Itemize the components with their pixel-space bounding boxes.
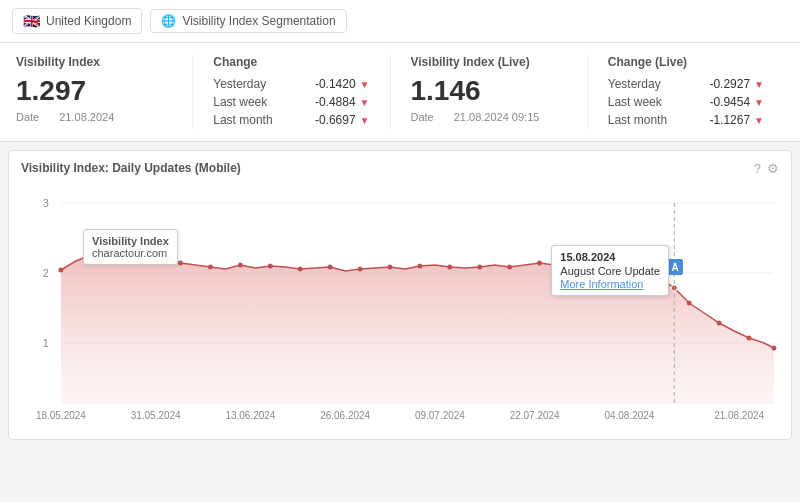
arrow-down-icon: ▼ xyxy=(360,79,370,90)
arrow-down-icon2: ▼ xyxy=(360,97,370,108)
svg-point-21 xyxy=(477,265,482,270)
live-label-yesterday: Yesterday xyxy=(608,77,688,91)
top-bar: 🇬🇧 United Kingdom 🌐 Visibility Index Seg… xyxy=(0,0,800,43)
chart-container: Visibility Index charactour.com 3 2 1 xyxy=(21,183,779,423)
svg-text:2: 2 xyxy=(43,267,49,279)
change-value-yesterday: -0.1420 ▼ xyxy=(315,77,370,91)
visibility-index-date: Date 21.08.2024 xyxy=(16,111,172,123)
svg-point-11 xyxy=(178,261,183,266)
tab-seg-label: Visibility Index Segmentation xyxy=(182,14,335,28)
live-date-label: Date xyxy=(411,111,434,123)
visibility-live-value: 1.146 xyxy=(411,75,567,107)
svg-point-30 xyxy=(717,321,722,326)
tooltip-date: 15.08.2024 xyxy=(560,251,660,263)
live-value-lastweek: -0.9454 ▼ xyxy=(709,95,764,109)
change-title: Change xyxy=(213,55,369,69)
date-value: 21.08.2024 xyxy=(59,111,114,123)
svg-point-17 xyxy=(358,267,363,272)
visibility-index-block: Visibility Index 1.297 Date 21.08.2024 xyxy=(16,55,193,129)
live-value-lastmonth: -1.1267 ▼ xyxy=(709,113,764,127)
change-row-yesterday: Yesterday -0.1420 ▼ xyxy=(213,75,369,93)
svg-text:3: 3 xyxy=(43,197,49,209)
live-value-yesterday: -0.2927 ▼ xyxy=(709,77,764,91)
change-label-yesterday: Yesterday xyxy=(213,77,293,91)
change-block: Change Yesterday -0.1420 ▼ Last week -0.… xyxy=(213,55,390,129)
tab-visibility-segmentation[interactable]: 🌐 Visibility Index Segmentation xyxy=(150,9,346,33)
change-label-lastmonth: Last month xyxy=(213,113,293,127)
live-label-lastmonth: Last month xyxy=(608,113,688,127)
svg-text:31.05.2024: 31.05.2024 xyxy=(131,410,181,421)
svg-text:1: 1 xyxy=(43,337,49,349)
change-live-title: Change (Live) xyxy=(608,55,764,69)
arrow-down-icon4: ▼ xyxy=(754,79,764,90)
change-row-lastmonth: Last month -0.6697 ▼ xyxy=(213,111,369,129)
svg-point-23 xyxy=(537,261,542,266)
svg-text:18.05.2024: 18.05.2024 xyxy=(36,410,86,421)
visibility-index-value: 1.297 xyxy=(16,75,172,107)
change-row-lastweek: Last week -0.4884 ▼ xyxy=(213,93,369,111)
live-row-yesterday: Yesterday -0.2927 ▼ xyxy=(608,75,764,93)
arrow-down-icon5: ▼ xyxy=(754,97,764,108)
uk-flag-icon: 🇬🇧 xyxy=(23,13,40,29)
svg-point-13 xyxy=(238,263,243,268)
live-row-lastmonth: Last month -1.1267 ▼ xyxy=(608,111,764,129)
change-live-table: Yesterday -0.2927 ▼ Last week -0.9454 ▼ … xyxy=(608,75,764,129)
date-label: Date xyxy=(16,111,39,123)
help-icon[interactable]: ? xyxy=(754,161,761,176)
chart-icons: ? ⚙ xyxy=(754,161,779,176)
svg-point-16 xyxy=(328,265,333,270)
live-date-value: 21.08.2024 09:15 xyxy=(454,111,540,123)
svg-point-31 xyxy=(747,336,752,341)
change-value-lastmonth: -0.6697 ▼ xyxy=(315,113,370,127)
svg-point-32 xyxy=(772,346,777,351)
visibility-live-date: Date 21.08.2024 09:15 xyxy=(411,111,567,123)
change-value-lastweek: -0.4884 ▼ xyxy=(315,95,370,109)
hover-tooltip-line1: Visibility Index xyxy=(92,235,169,247)
svg-point-7 xyxy=(58,268,63,273)
svg-point-20 xyxy=(447,265,452,270)
visibility-live-block: Visibility Index (Live) 1.146 Date 21.08… xyxy=(411,55,588,129)
chart-title: Visibility Index: Daily Updates (Mobile) xyxy=(21,161,779,175)
svg-text:21.08.2024: 21.08.2024 xyxy=(714,410,764,421)
chart-section: Visibility Index: Daily Updates (Mobile)… xyxy=(8,150,792,440)
tooltip-event: August Core Update xyxy=(560,265,660,277)
svg-point-15 xyxy=(298,267,303,272)
hover-tooltip: Visibility Index charactour.com xyxy=(83,229,178,265)
tooltip-link[interactable]: More Information xyxy=(560,278,660,290)
change-table: Yesterday -0.1420 ▼ Last week -0.4884 ▼ … xyxy=(213,75,369,129)
svg-point-12 xyxy=(208,265,213,270)
svg-point-18 xyxy=(388,265,393,270)
live-label-lastweek: Last week xyxy=(608,95,688,109)
svg-point-19 xyxy=(417,264,422,269)
svg-text:13.06.2024: 13.06.2024 xyxy=(225,410,275,421)
visibility-live-title: Visibility Index (Live) xyxy=(411,55,567,69)
tab-uk-label: United Kingdom xyxy=(46,14,131,28)
svg-point-22 xyxy=(507,265,512,270)
hover-tooltip-line2: charactour.com xyxy=(92,247,169,259)
arrow-down-icon6: ▼ xyxy=(754,115,764,126)
svg-point-29 xyxy=(687,301,692,306)
metrics-row: Visibility Index 1.297 Date 21.08.2024 C… xyxy=(0,43,800,142)
svg-text:26.06.2024: 26.06.2024 xyxy=(320,410,370,421)
visibility-index-title: Visibility Index xyxy=(16,55,172,69)
globe-icon: 🌐 xyxy=(161,14,176,28)
event-tooltip: 15.08.2024 August Core Update More Infor… xyxy=(551,245,669,296)
chart-svg: 3 2 1 xyxy=(21,183,779,423)
change-label-lastweek: Last week xyxy=(213,95,293,109)
svg-text:22.07.2024: 22.07.2024 xyxy=(510,410,560,421)
settings-icon[interactable]: ⚙ xyxy=(767,161,779,176)
annotation-marker: A xyxy=(667,259,683,275)
change-live-block: Change (Live) Yesterday -0.2927 ▼ Last w… xyxy=(608,55,784,129)
arrow-down-icon3: ▼ xyxy=(360,115,370,126)
svg-text:09.07.2024: 09.07.2024 xyxy=(415,410,465,421)
tab-united-kingdom[interactable]: 🇬🇧 United Kingdom xyxy=(12,8,142,34)
svg-text:04.08.2024: 04.08.2024 xyxy=(604,410,654,421)
live-row-lastweek: Last week -0.9454 ▼ xyxy=(608,93,764,111)
svg-point-14 xyxy=(268,264,273,269)
